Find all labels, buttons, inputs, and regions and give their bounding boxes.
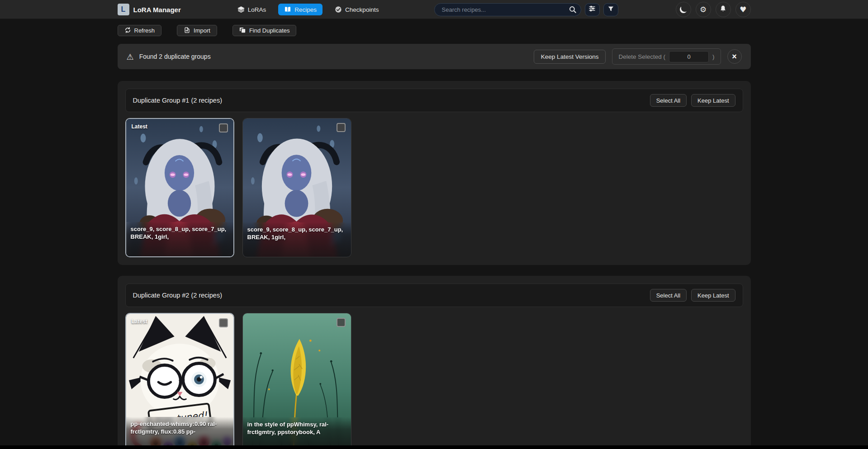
select-all-button[interactable]: Select All: [650, 289, 687, 302]
nav-tab-checkpoints[interactable]: Checkpoints: [329, 4, 384, 15]
settings-button[interactable]: ⚙: [696, 2, 711, 17]
sliders-icon: [588, 5, 596, 14]
filter-button[interactable]: [603, 3, 618, 16]
close-icon: ×: [732, 52, 737, 61]
duplicate-group-1: Duplicate Group #1 (2 recipes) Select Al…: [118, 81, 751, 265]
card-checkbox[interactable]: [219, 123, 228, 132]
caption-band: score_9, score_8_up, score_7_up, BREAK, …: [243, 222, 351, 257]
recipe-caption: pp-enchanted-whimsy:0.90 ral-frctlgmtry,…: [131, 420, 229, 435]
delete-selected-suffix: ): [712, 53, 715, 60]
recipe-caption: score_9, score_8_up, score_7_up, BREAK, …: [247, 226, 346, 241]
copy-icon: [239, 27, 246, 35]
header-actions: ⚙ ♥: [676, 2, 751, 17]
latest-badge: Latest: [132, 318, 147, 325]
notifications-button[interactable]: [716, 2, 731, 17]
refresh-icon: [124, 27, 131, 35]
import-label: Import: [194, 27, 210, 34]
nav-tab-label: Checkpoints: [345, 6, 379, 13]
recipe-card[interactable]: Latest score_9, score_8_up, score_7_up, …: [125, 118, 234, 257]
nav-tab-loras[interactable]: LoRAs: [232, 4, 272, 15]
find-duplicates-button[interactable]: Find Duplicates: [232, 25, 297, 36]
keep-latest-versions-button[interactable]: Keep Latest Versions: [534, 50, 606, 64]
close-alert-button[interactable]: ×: [727, 49, 742, 64]
latest-badge: Latest: [132, 123, 147, 130]
brand: L LoRA Manager: [118, 4, 181, 15]
recipe-card[interactable]: in the style of ppWhimsy, ral-frctlgmtry…: [242, 313, 351, 449]
recipe-card[interactable]: Stay tuned! Latest pp-encha: [125, 313, 234, 449]
search-input[interactable]: [434, 3, 581, 16]
caption-band: in the style of ppWhimsy, ral-frctlgmtry…: [243, 417, 351, 449]
import-icon: [184, 27, 190, 35]
caption-band: score_9, score_8_up, score_7_up, BREAK, …: [126, 222, 233, 256]
toolbar: Refresh Import Find Duplicates: [118, 25, 751, 36]
group-header: Duplicate Group #2 (2 recipes) Select Al…: [125, 284, 743, 307]
keep-latest-button[interactable]: Keep Latest: [691, 289, 735, 302]
sliders-button[interactable]: [585, 3, 600, 16]
main-nav: LoRAs Recipes Checkpoints: [232, 4, 385, 15]
warning-icon: ⚠: [127, 52, 134, 61]
import-button[interactable]: Import: [177, 25, 217, 36]
recipe-caption: in the style of ppWhimsy, ral-frctlgmtry…: [247, 421, 346, 436]
search-bar: [434, 3, 581, 16]
check-circle-icon: [335, 6, 342, 13]
search-icon[interactable]: [569, 5, 577, 15]
caption-band: pp-enchanted-whimsy:0.90 ral-frctlgmtry,…: [126, 417, 233, 449]
moon-icon: [680, 6, 687, 13]
select-all-button[interactable]: Select All: [650, 94, 687, 107]
card-checkbox[interactable]: [337, 123, 346, 132]
recipe-caption: score_9, score_8_up, score_7_up, BREAK, …: [131, 225, 229, 241]
alert-message: Found 2 duplicate groups: [139, 53, 211, 60]
nav-tab-label: Recipes: [294, 6, 317, 13]
duplicates-alert: ⚠ Found 2 duplicate groups Keep Latest V…: [118, 44, 751, 69]
bell-icon: [719, 5, 727, 14]
funnel-icon: [607, 5, 614, 14]
nav-tab-label: LoRAs: [248, 6, 266, 13]
app-title: LoRA Manager: [133, 6, 181, 14]
recipe-card[interactable]: score_9, score_8_up, score_7_up, BREAK, …: [242, 118, 351, 257]
keep-latest-button[interactable]: Keep Latest: [691, 94, 735, 107]
book-icon: [284, 6, 291, 13]
cards-row: Latest score_9, score_8_up, score_7_up, …: [125, 118, 743, 257]
duplicate-group-2: Duplicate Group #2 (2 recipes) Select Al…: [118, 276, 751, 449]
delete-selected-button[interactable]: Delete Selected ( ): [612, 48, 721, 65]
group-title: Duplicate Group #1 (2 recipes): [133, 97, 222, 104]
group-header: Duplicate Group #1 (2 recipes) Select Al…: [125, 89, 743, 112]
heart-icon: ♥: [740, 6, 746, 14]
theme-toggle-button[interactable]: [676, 2, 691, 17]
refresh-button[interactable]: Refresh: [118, 25, 162, 36]
refresh-label: Refresh: [134, 27, 155, 34]
find-duplicates-label: Find Duplicates: [249, 27, 290, 34]
group-title: Duplicate Group #2 (2 recipes): [133, 292, 222, 299]
card-checkbox[interactable]: [337, 318, 346, 327]
delete-selected-prefix: Delete Selected (: [618, 53, 665, 60]
app-header: L LoRA Manager LoRAs Recipes Checkpoints: [0, 0, 868, 19]
cards-row: Stay tuned! Latest pp-encha: [125, 313, 743, 449]
selected-count-input[interactable]: [669, 51, 709, 62]
card-checkbox[interactable]: [219, 318, 228, 327]
layers-icon: [237, 6, 245, 13]
gear-icon: ⚙: [700, 6, 707, 14]
nav-tab-recipes[interactable]: Recipes: [278, 4, 323, 15]
app-logo[interactable]: L: [118, 4, 129, 15]
bottom-edge: [0, 445, 868, 449]
support-button[interactable]: ♥: [735, 2, 751, 17]
